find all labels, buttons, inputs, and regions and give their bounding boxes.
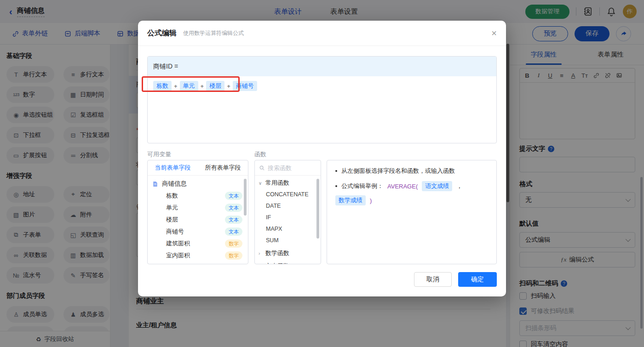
search-icon — [259, 165, 265, 171]
help-line-2: 公式编辑举例： AVERAGE( 语文成绩 ， 数学成绩 ) — [335, 181, 488, 205]
modal-subtitle: 使用数学运算符编辑公式 — [183, 29, 244, 37]
modal-title: 公式编辑 — [147, 28, 177, 38]
function-group-common[interactable]: ∨ 常用函数 — [255, 176, 321, 188]
help-line-1: 从左侧面板选择字段名和函数，或输入函数 — [335, 167, 488, 175]
function-item[interactable]: IF — [255, 211, 321, 223]
modal-header: 公式编辑 使用数学运算符编辑公式 × — [138, 21, 506, 46]
functions-panel: ∨ 常用函数 CONCATENATE DATE IF MAPX SUM › 数学… — [254, 160, 321, 264]
function-group-text[interactable]: › 文本函数 — [255, 259, 321, 264]
variable-row[interactable]: 栋数文本 — [148, 190, 248, 202]
document-icon — [152, 181, 158, 187]
formula-token[interactable]: 商铺号 — [233, 81, 257, 91]
type-badge: 文本 — [225, 204, 242, 212]
variable-row[interactable]: 楼层文本 — [148, 214, 248, 226]
function-item[interactable]: SUM — [255, 234, 321, 246]
bullet — [335, 185, 337, 187]
tab-all-form-fields[interactable]: 所有表单字段 — [205, 164, 241, 172]
formula-target: 商铺ID = — [148, 57, 496, 76]
formula-help-panel: 从左侧面板选择字段名和函数，或输入函数 公式编辑举例： AVERAGE( 语文成… — [327, 160, 497, 264]
variable-row[interactable]: 室内面积数字 — [148, 250, 248, 262]
cancel-button[interactable]: 取消 — [414, 272, 452, 287]
type-badge: 文本 — [225, 228, 242, 236]
function-item[interactable]: CONCATENATE — [255, 188, 321, 200]
plus-operator: + — [174, 83, 178, 90]
function-item[interactable]: MAPX — [255, 223, 321, 234]
variables-label: 可用变量 — [147, 150, 171, 159]
example-token: 数学成绩 — [335, 195, 366, 205]
variable-row[interactable]: 建筑面积数字 — [148, 238, 248, 250]
function-item[interactable]: DATE — [255, 200, 321, 211]
formula-expression[interactable]: 栋数 + 单元 + 楼层 + 商铺号 — [148, 76, 496, 96]
variable-row[interactable]: 商铺号文本 — [148, 226, 248, 238]
function-name: AVERAGE( — [387, 183, 418, 190]
type-badge: 文本 — [225, 192, 242, 200]
close-icon[interactable]: × — [491, 28, 497, 38]
function-search-input[interactable] — [268, 165, 311, 171]
function-group-math[interactable]: › 数学函数 — [255, 246, 321, 259]
variables-tabs: 当前表单字段 所有表单字段 — [148, 160, 248, 176]
tab-current-form-fields[interactable]: 当前表单字段 — [155, 164, 191, 172]
plus-operator: + — [201, 83, 204, 90]
formula-edit-modal: 公式编辑 使用数学运算符编辑公式 × 商铺ID = 栋数 + 单元 + 楼层 +… — [138, 21, 506, 296]
caret-right-icon: › — [259, 251, 263, 256]
caret-right-icon: › — [259, 264, 263, 265]
bullet — [335, 170, 337, 172]
formula-editor-box[interactable]: 商铺ID = 栋数 + 单元 + 楼层 + 商铺号 — [147, 56, 497, 143]
plus-operator: + — [227, 83, 230, 90]
function-close: ) — [370, 197, 372, 204]
formula-token[interactable]: 楼层 — [206, 81, 224, 91]
confirm-button[interactable]: 确定 — [458, 272, 497, 287]
functions-scrollbar[interactable] — [316, 179, 319, 239]
variables-panel: 当前表单字段 所有表单字段 商铺信息 栋数文本 单元文本 楼层文本 商铺号文本 … — [147, 160, 248, 264]
variables-scrollbar[interactable] — [244, 179, 247, 216]
formula-token[interactable]: 栋数 — [153, 81, 172, 91]
type-badge: 文本 — [225, 216, 242, 224]
modal-actions: 取消 确定 — [414, 272, 497, 287]
variable-row[interactable]: 单元文本 — [148, 202, 248, 214]
caret-down-icon: ∨ — [259, 181, 263, 186]
example-token: 语文成绩 — [422, 181, 452, 191]
variables-group[interactable]: 商铺信息 — [148, 176, 248, 190]
type-badge: 数字 — [225, 251, 242, 260]
formula-token[interactable]: 单元 — [180, 81, 198, 91]
function-search[interactable] — [255, 160, 321, 176]
functions-label: 函数 — [254, 150, 266, 159]
type-badge: 数字 — [225, 239, 242, 248]
